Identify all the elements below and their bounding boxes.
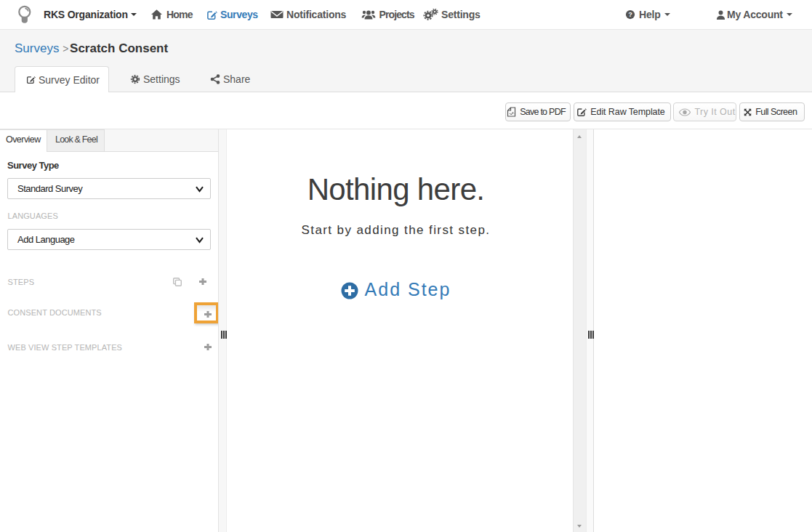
svg-text:?: ? xyxy=(628,11,632,18)
